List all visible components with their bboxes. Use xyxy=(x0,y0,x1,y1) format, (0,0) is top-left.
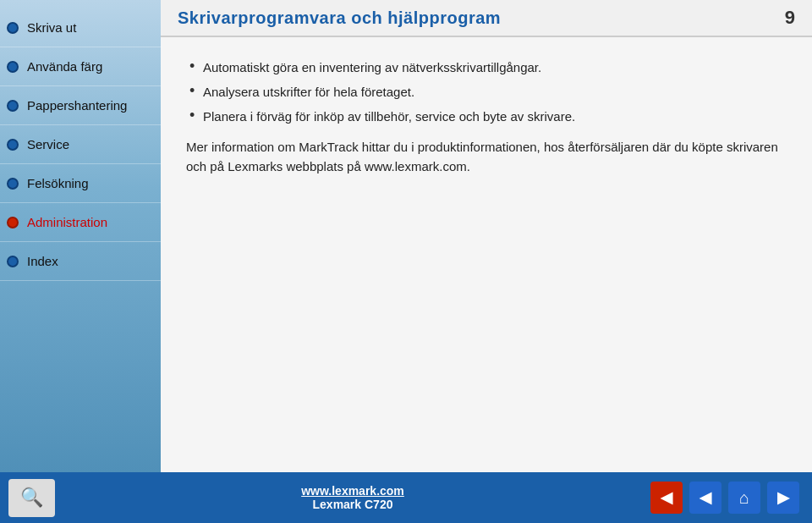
content-area: Skrivarprogramvara och hjälpprogram 9 Au… xyxy=(161,0,812,472)
footer-center: www.lexmark.com Lexmark C720 xyxy=(72,484,634,511)
blue-dot-icon xyxy=(7,22,19,34)
main-area: Skriva utAnvända färgPappershanteringSer… xyxy=(0,0,812,472)
sidebar-label-felsokning: Felsökning xyxy=(27,176,89,190)
sidebar-label-index: Index xyxy=(27,254,58,268)
search-box[interactable]: 🔍 xyxy=(8,479,55,517)
content-body: Automatiskt göra en inventering av nätve… xyxy=(161,37,812,472)
forward-icon: ▶ xyxy=(777,488,789,507)
blue-dot-icon xyxy=(7,178,19,190)
blue-dot-icon xyxy=(7,100,19,112)
sidebar-item-anvanda-farg[interactable]: Använda färg xyxy=(0,47,161,86)
nav-back-button[interactable]: ◀ xyxy=(650,482,683,514)
sidebar-item-pappershantering[interactable]: Pappershantering xyxy=(0,86,161,125)
bullet-item-0: Automatiskt göra en inventering av nätve… xyxy=(186,58,787,76)
footer: 🔍 www.lexmark.com Lexmark C720 ◀ ◀ ⌂ ▶ xyxy=(0,472,812,523)
search-icon: 🔍 xyxy=(20,487,43,509)
prev-icon: ◀ xyxy=(700,488,711,507)
nav-prev-button[interactable]: ◀ xyxy=(689,482,721,514)
page-title: Skrivarprogramvara och hjälpprogram xyxy=(178,8,501,28)
footer-link[interactable]: www.lexmark.com xyxy=(301,484,404,498)
bullet-item-1: Analysera utskrifter för hela företaget. xyxy=(186,83,787,101)
footer-brand: Lexmark C720 xyxy=(313,498,393,511)
bullet-list: Automatiskt göra en inventering av nätve… xyxy=(186,58,787,125)
blue-dot-icon xyxy=(7,256,19,267)
footer-nav: ◀ ◀ ⌂ ▶ xyxy=(650,482,812,514)
back-icon: ◀ xyxy=(661,488,672,507)
sidebar-label-service: Service xyxy=(27,137,69,151)
red-dot-icon xyxy=(7,217,19,228)
blue-dot-icon xyxy=(7,139,19,151)
sidebar-item-index[interactable]: Index xyxy=(0,242,161,281)
sidebar-label-pappershantering: Pappershantering xyxy=(27,98,127,113)
sidebar-item-felsokning[interactable]: Felsökning xyxy=(0,164,161,203)
sidebar-label-anvanda-farg: Använda färg xyxy=(27,59,102,74)
sidebar-item-skriva-ut[interactable]: Skriva ut xyxy=(0,8,161,47)
sidebar-label-skriva-ut: Skriva ut xyxy=(27,20,76,35)
sidebar-item-service[interactable]: Service xyxy=(0,125,161,164)
sidebar-label-administration: Administration xyxy=(27,215,107,229)
page-number: 9 xyxy=(785,7,795,29)
sidebar: Skriva utAnvända färgPappershanteringSer… xyxy=(0,0,161,472)
sidebar-item-administration[interactable]: Administration xyxy=(0,203,161,242)
bullet-item-2: Planera i förväg för inköp av tillbehör,… xyxy=(186,107,787,125)
content-header: Skrivarprogramvara och hjälpprogram 9 xyxy=(161,0,812,37)
nav-forward-button[interactable]: ▶ xyxy=(767,482,799,514)
home-icon: ⌂ xyxy=(739,488,749,508)
content-paragraph: Mer information om MarkTrack hittar du i… xyxy=(186,138,787,176)
blue-dot-icon xyxy=(7,61,19,73)
nav-home-button[interactable]: ⌂ xyxy=(728,482,760,514)
